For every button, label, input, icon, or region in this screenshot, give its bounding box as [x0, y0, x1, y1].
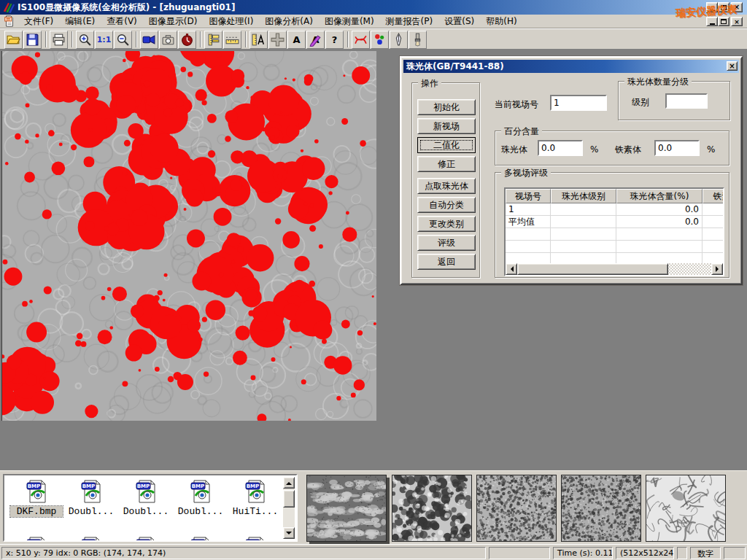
correct-button[interactable]: 修正	[417, 156, 476, 172]
grade-label: 级别	[632, 96, 649, 109]
status-bar: x: 510 y: 79 idx: 0 RGB: (174, 174, 174)…	[0, 544, 747, 560]
file-name[interactable]: Doubl...	[65, 506, 117, 517]
table-row[interactable]: 平均值 0.0	[506, 216, 723, 228]
file-item[interactable]: BMP	[10, 537, 63, 542]
file-item[interactable]: BMPDKF.bmp	[10, 480, 63, 517]
close-button[interactable]: ×	[731, 2, 743, 12]
print-icon	[52, 33, 66, 47]
time-panel: Time (s): 0.113	[553, 547, 613, 559]
menu-settings[interactable]: 设置(S)	[438, 14, 480, 29]
menu-view[interactable]: 查看(V)	[101, 14, 143, 29]
file-item[interactable]: BMPHuiTi...	[229, 480, 282, 517]
restore-button[interactable]	[718, 2, 729, 12]
file-name[interactable]: Doubl...	[174, 506, 227, 517]
pearlite-percent-input[interactable]	[538, 140, 583, 156]
menu-help[interactable]: 帮助(H)	[480, 14, 522, 29]
file-item[interactable]: BMP	[120, 537, 172, 542]
bmp-file-icon: BMP	[80, 480, 102, 503]
col-ferrite-content[interactable]: 铁素体含量(%)	[703, 189, 724, 203]
mdi-minimize-button[interactable]	[706, 17, 718, 26]
dialog-title-bar[interactable]: 珠光体(GB/T9441-88) ×	[403, 60, 739, 73]
file-list[interactable]: BMPDKF.bmpBMPBMPDoubl...BMPBMPDoubl...BM…	[3, 474, 298, 542]
file-item[interactable]: BMPDoubl...	[120, 480, 172, 517]
scroll-up-button[interactable]	[283, 477, 295, 489]
file-name[interactable]: Doubl...	[120, 506, 172, 517]
timer-button[interactable]	[178, 31, 196, 49]
table-row[interactable]: 1 0.0	[506, 203, 723, 216]
arrow-down-icon	[286, 532, 292, 537]
ferrite-percent-input[interactable]	[654, 140, 700, 156]
thumbnail-5[interactable]	[646, 475, 726, 542]
file-item[interactable]: BMPDoubl...	[65, 480, 117, 517]
actual-size-button[interactable]: 1:1	[95, 31, 113, 49]
file-item[interactable]: BMP	[229, 537, 282, 542]
minimize-button[interactable]	[706, 2, 718, 12]
scrollbar-thumb[interactable]	[517, 263, 668, 275]
table-horizontal-scrollbar[interactable]	[506, 263, 723, 275]
caliper-button[interactable]	[204, 31, 222, 49]
cell-pearlite-grade	[551, 203, 616, 215]
scroll-left-button[interactable]	[506, 263, 517, 275]
menu-edit[interactable]: 编辑(E)	[59, 14, 101, 29]
pen-tool-button[interactable]	[390, 31, 408, 49]
scroll-down-button[interactable]	[283, 527, 295, 539]
scrollbar-thumb[interactable]	[283, 490, 295, 508]
save-button[interactable]	[23, 31, 42, 49]
file-item[interactable]: BMP	[65, 537, 117, 542]
pick-pearlite-button[interactable]: 点取珠光体	[417, 178, 476, 194]
col-pearlite-grade[interactable]: 珠光体级别	[551, 189, 616, 203]
binarize-button[interactable]: 二值化	[417, 137, 476, 153]
toolbar-separator	[347, 31, 349, 47]
current-view-input[interactable]	[550, 95, 607, 111]
return-button[interactable]: 返回	[417, 254, 476, 270]
menu-image-measure[interactable]: 图像测量(M)	[319, 14, 380, 29]
multiview-table[interactable]: 视场号 珠光体级别 珠光体含量(%) 铁素体含量(%) 1 0.0 平均值 0.…	[504, 187, 724, 276]
grade-button[interactable]: 评级	[417, 235, 476, 251]
mdi-close-button[interactable]: ×	[731, 17, 743, 26]
bmp-file-icon: BMP	[244, 480, 266, 503]
menu-image-display[interactable]: 图像显示(D)	[143, 14, 204, 29]
text-tool-button[interactable]: A	[287, 31, 306, 49]
mdi-restore-icon	[721, 19, 727, 24]
thumbnail-4[interactable]	[561, 475, 641, 542]
col-pearlite-content[interactable]: 珠光体含量(%)	[616, 189, 703, 203]
thumbnail-1[interactable]	[306, 475, 387, 542]
curve-measure-button[interactable]	[352, 31, 370, 49]
file-item[interactable]: BMP	[174, 537, 227, 542]
particle-analysis-button[interactable]	[371, 31, 389, 49]
change-class-button[interactable]: 更改类别	[417, 216, 476, 232]
menu-file[interactable]: 文件(F)	[18, 14, 59, 29]
scrollbar-track[interactable]	[517, 263, 711, 275]
micrograph-image[interactable]	[1, 51, 376, 421]
menu-image-analysis[interactable]: 图像分析(A)	[259, 14, 319, 29]
edit-text-button[interactable]: A	[306, 31, 325, 49]
mdi-restore-button[interactable]	[718, 17, 729, 26]
video-capture-button[interactable]	[140, 31, 158, 49]
thumbnail-2[interactable]	[392, 475, 472, 542]
new-view-button[interactable]: 新视场	[417, 118, 476, 134]
help-button[interactable]: ?	[325, 31, 344, 49]
file-name[interactable]: HuiTi...	[229, 506, 282, 517]
auto-classify-button[interactable]: 自动分类	[417, 197, 476, 213]
brush-tool-button[interactable]	[409, 31, 427, 49]
scroll-right-button[interactable]	[711, 263, 723, 275]
menu-image-process[interactable]: 图像处理(I)	[203, 14, 259, 29]
measure-text-button[interactable]	[249, 31, 268, 49]
file-list-scrollbar[interactable]	[283, 477, 295, 539]
thumbnail-3[interactable]	[476, 475, 557, 542]
zoom-in-button[interactable]	[76, 31, 94, 49]
move-button[interactable]	[268, 31, 287, 49]
open-button[interactable]	[4, 31, 23, 49]
ruler-button[interactable]	[223, 31, 241, 49]
file-item[interactable]: BMPDoubl...	[174, 480, 227, 517]
grade-input[interactable]	[665, 93, 708, 109]
camera-capture-button[interactable]	[159, 31, 177, 49]
initialize-button[interactable]: 初始化	[417, 99, 476, 115]
zoom-out-button[interactable]	[114, 31, 132, 49]
file-name[interactable]: DKF.bmp	[10, 506, 63, 517]
col-view-number[interactable]: 视场号	[506, 189, 551, 203]
print-button[interactable]	[50, 31, 68, 49]
curve-icon	[354, 33, 368, 47]
dialog-close-button[interactable]: ×	[727, 61, 738, 71]
menu-measure-report[interactable]: 测量报告(P)	[380, 14, 439, 29]
